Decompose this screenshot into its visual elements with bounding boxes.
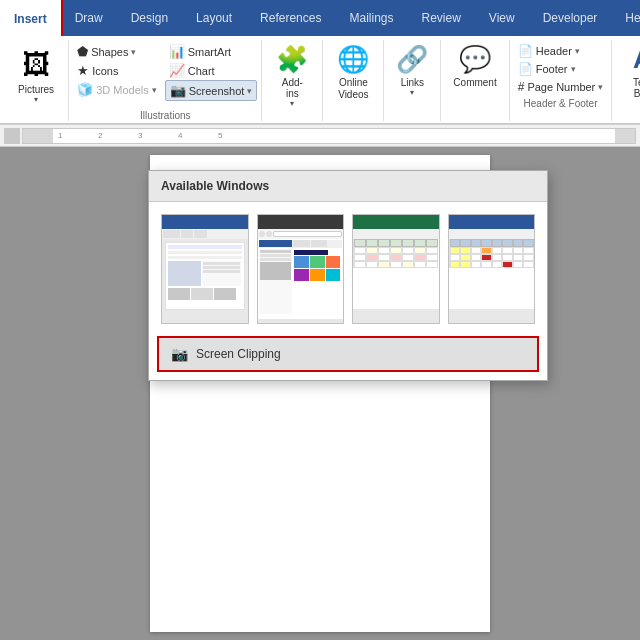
online-videos-button[interactable]: 🌐 Online Videos — [331, 42, 375, 103]
addins-button[interactable]: 🧩 Add-ins ▾ — [270, 42, 314, 110]
smartart-button[interactable]: 📊 SmartArt — [165, 42, 258, 61]
screenshot-icon: 📷 — [170, 83, 186, 98]
page-number-button[interactable]: # Page Number ▾ — [514, 78, 608, 96]
e4d4 — [481, 247, 492, 254]
footer-icon: 📄 — [518, 62, 533, 76]
illustrations-top: ⬟ Shapes ▾ ★ Icons 🧊 3D Models ▾ — [73, 42, 257, 108]
t1c4b — [202, 261, 241, 286]
e4d23 — [513, 261, 524, 268]
e4h3 — [481, 239, 492, 247]
e4d18 — [460, 261, 471, 268]
ruler-corner — [4, 128, 20, 144]
3d-models-icon: 🧊 — [77, 82, 93, 97]
tab-layout[interactable]: Layout — [182, 0, 246, 36]
e3r13 — [414, 254, 426, 261]
screenshot-caret: ▾ — [247, 86, 252, 96]
ruler-mark-2: 2 — [98, 131, 102, 140]
tg4 — [294, 269, 309, 281]
t1c1 — [168, 245, 242, 249]
textbox-button[interactable]: A Text Box ▾ — [620, 42, 640, 110]
e3h0 — [354, 239, 366, 247]
excel3-grid — [353, 239, 439, 268]
e3r3 — [378, 247, 390, 254]
comment-button[interactable]: 💬 Comment — [447, 42, 502, 90]
thumb3-content — [353, 239, 439, 309]
e4d6 — [502, 247, 513, 254]
t1l2 — [203, 266, 240, 269]
e3h2 — [378, 239, 390, 247]
tab-help[interactable]: Help — [611, 0, 640, 36]
e4d3 — [471, 247, 482, 254]
excel4-grid — [449, 239, 535, 268]
thumb1-ribbon — [162, 229, 248, 239]
screenshot-button[interactable]: 📷 Screenshot ▾ — [165, 80, 258, 101]
e4d2 — [460, 247, 471, 254]
t2s3 — [260, 258, 291, 261]
thumb2-titlebar — [258, 215, 344, 229]
links-icon: 🔗 — [396, 44, 428, 75]
header-label: Header — [536, 45, 572, 57]
addins-icon: 🧩 — [276, 44, 308, 75]
e3r6 — [414, 247, 426, 254]
t1c5b — [191, 288, 213, 300]
t1c5 — [168, 288, 242, 300]
thumb2-content — [258, 239, 344, 319]
window-thumb-1[interactable] — [161, 214, 249, 324]
e3r20 — [414, 261, 426, 268]
tab-view[interactable]: View — [475, 0, 529, 36]
chart-icon: 📈 — [169, 63, 185, 78]
tab-review[interactable]: Review — [407, 0, 474, 36]
online-videos-label: Online Videos — [337, 77, 369, 101]
smartart-chart-screenshot-stack: 📊 SmartArt 📈 Chart 📷 Screenshot ▾ — [165, 42, 258, 101]
links-label: Links — [401, 77, 424, 88]
screenshot-label: Screenshot — [189, 85, 245, 97]
e4d10 — [460, 254, 471, 261]
chart-button[interactable]: 📈 Chart — [165, 61, 258, 80]
links-button[interactable]: 🔗 Links ▾ — [390, 42, 434, 99]
comment-icon: 💬 — [459, 44, 491, 75]
t1c2 — [168, 251, 242, 254]
3d-models-button[interactable]: 🧊 3D Models ▾ — [73, 80, 161, 99]
header-footer-stack: 📄 Header ▾ 📄 Footer ▾ # Page Number ▾ — [514, 42, 608, 96]
e4d11 — [471, 254, 482, 261]
header-icon: 📄 — [518, 44, 533, 58]
footer-button[interactable]: 📄 Footer ▾ — [514, 60, 608, 78]
e4d20 — [481, 261, 492, 268]
screen-clipping-icon: 📷 — [171, 346, 188, 362]
tab-insert[interactable]: Insert — [0, 0, 61, 36]
tg3 — [326, 256, 341, 268]
header-button[interactable]: 📄 Header ▾ — [514, 42, 608, 60]
tg1 — [294, 256, 309, 268]
online-videos-icon: 🌐 — [337, 44, 369, 75]
icons-button[interactable]: ★ Icons — [73, 61, 161, 80]
shapes-label: Shapes — [91, 46, 128, 58]
screen-clipping-button[interactable]: 📷 Screen Clipping — [157, 336, 539, 372]
ruler-inner: 1 2 3 4 5 — [22, 128, 636, 144]
window-thumb-3[interactable] — [352, 214, 440, 324]
tab-references[interactable]: References — [246, 0, 335, 36]
thumb1-content — [165, 242, 245, 310]
thumb3-titlebar — [353, 215, 439, 229]
e4d16 — [523, 254, 534, 261]
e4d17 — [450, 261, 461, 268]
shapes-button[interactable]: ⬟ Shapes ▾ — [73, 42, 161, 61]
header-caret: ▾ — [575, 46, 580, 56]
e3r4 — [390, 247, 402, 254]
t2grid — [294, 256, 340, 281]
window-thumb-2[interactable] — [257, 214, 345, 324]
tab-developer[interactable]: Developer — [529, 0, 612, 36]
ruler-mark-3: 3 — [138, 131, 142, 140]
illustrations-label: Illustrations — [73, 108, 257, 121]
e3r19 — [402, 261, 414, 268]
tab-mailings[interactable]: Mailings — [335, 0, 407, 36]
window-thumb-4[interactable] — [448, 214, 536, 324]
ruler-margin-right — [615, 129, 635, 143]
addins-label: Add-ins — [276, 77, 308, 99]
tab-design[interactable]: Design — [117, 0, 182, 36]
tab-draw[interactable]: Draw — [61, 0, 117, 36]
3d-models-caret: ▾ — [152, 85, 157, 95]
pictures-button[interactable]: 🖼 Pictures ▾ — [10, 42, 62, 108]
tg6 — [326, 269, 341, 281]
t2h2 — [293, 240, 310, 247]
thumb1-r2 — [181, 230, 194, 238]
